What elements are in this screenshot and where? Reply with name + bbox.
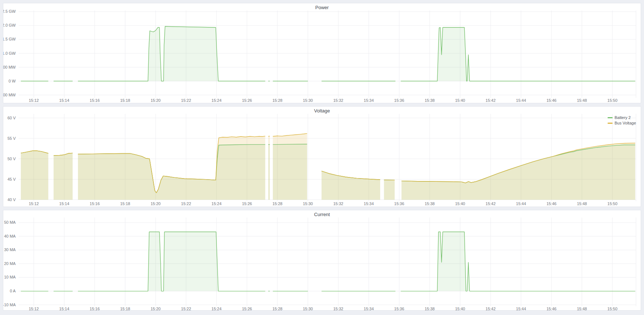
legend-label: Bus Voltage [614,121,636,126]
svg-text:45 V: 45 V [7,177,16,181]
panel-voltage: Voltage 60 V55 V50 V45 V40 V15:1215:1415… [3,106,641,207]
svg-text:15:22: 15:22 [181,98,191,103]
svg-text:-500 MW: -500 MW [3,93,16,97]
legend-item-battery-2[interactable]: Battery 2 [608,115,636,120]
panel-current: Current 50 MA40 MA30 MA20 MA10 MA0 A-10 … [3,210,641,311]
voltage-chart[interactable]: 60 V55 V50 V45 V40 V15:1215:1415:1615:18… [3,107,641,207]
dashboard: Power 2.5 GW2.0 GW1.5 GW1.0 GW500 MW0 W-… [0,0,644,314]
svg-text:15:42: 15:42 [485,307,495,310]
svg-text:500 MW: 500 MW [3,65,16,69]
svg-text:-10 MA: -10 MA [3,303,16,307]
svg-text:15:48: 15:48 [577,201,587,206]
svg-text:15:18: 15:18 [120,307,130,310]
panel-title-voltage[interactable]: Voltage [3,108,641,114]
svg-text:15:30: 15:30 [303,307,313,310]
svg-text:15:24: 15:24 [211,201,221,206]
voltage-legend: Battery 2 Bus Voltage [608,115,636,126]
svg-text:15:16: 15:16 [90,201,99,206]
svg-text:15:12: 15:12 [29,307,39,310]
svg-text:0 A: 0 A [10,289,16,293]
svg-text:15:44: 15:44 [516,307,526,310]
svg-text:15:42: 15:42 [485,98,495,103]
svg-text:0 W: 0 W [8,79,16,83]
svg-text:15:22: 15:22 [181,201,191,206]
svg-text:40 V: 40 V [7,197,16,202]
svg-text:15:36: 15:36 [394,98,404,103]
svg-text:15:34: 15:34 [364,201,374,206]
svg-text:15:38: 15:38 [425,98,434,103]
svg-text:15:46: 15:46 [546,307,556,310]
panel-title-current[interactable]: Current [3,212,641,218]
svg-text:50 V: 50 V [7,157,16,161]
svg-text:15:50: 15:50 [608,98,617,103]
svg-text:15:34: 15:34 [364,98,374,103]
svg-text:1.0 GW: 1.0 GW [3,51,16,55]
svg-text:15:12: 15:12 [29,98,39,103]
svg-text:15:20: 15:20 [151,307,160,310]
legend-label: Battery 2 [614,115,631,120]
panel-title-power[interactable]: Power [3,5,641,11]
svg-text:15:30: 15:30 [303,201,313,206]
svg-text:15:16: 15:16 [90,98,99,103]
svg-text:15:14: 15:14 [59,307,69,310]
svg-text:15:38: 15:38 [425,307,434,310]
svg-text:1.5 GW: 1.5 GW [3,37,16,42]
svg-text:15:32: 15:32 [333,201,343,206]
svg-text:15:32: 15:32 [333,98,343,103]
svg-text:20 MA: 20 MA [4,261,16,266]
svg-text:15:42: 15:42 [485,201,495,206]
svg-text:15:46: 15:46 [546,201,556,206]
svg-text:15:36: 15:36 [394,307,404,310]
svg-text:15:18: 15:18 [120,201,130,206]
svg-text:15:20: 15:20 [151,201,160,206]
svg-text:10 MA: 10 MA [4,275,16,279]
svg-text:15:38: 15:38 [425,201,434,206]
legend-swatch-icon [608,123,613,124]
svg-text:15:40: 15:40 [455,201,465,206]
svg-text:15:30: 15:30 [303,98,313,103]
svg-text:15:24: 15:24 [211,307,221,310]
current-chart[interactable]: 50 MA40 MA30 MA20 MA10 MA0 A-10 MA15:121… [3,210,641,310]
power-chart[interactable]: 2.5 GW2.0 GW1.5 GW1.0 GW500 MW0 W-500 MW… [3,3,641,103]
svg-text:15:12: 15:12 [29,201,39,206]
legend-swatch-icon [608,117,613,118]
svg-text:60 V: 60 V [7,116,16,120]
svg-text:40 MA: 40 MA [4,234,16,238]
svg-text:15:26: 15:26 [242,98,252,103]
svg-text:15:46: 15:46 [546,98,556,103]
svg-text:55 V: 55 V [7,136,16,141]
svg-text:15:40: 15:40 [455,307,465,310]
svg-text:15:16: 15:16 [90,307,99,310]
svg-text:15:28: 15:28 [272,98,282,103]
svg-text:15:48: 15:48 [577,307,587,310]
svg-text:15:40: 15:40 [455,98,465,103]
svg-text:15:26: 15:26 [242,201,252,206]
svg-text:15:28: 15:28 [272,307,282,310]
svg-text:15:44: 15:44 [516,98,526,103]
svg-text:15:14: 15:14 [59,98,69,103]
svg-text:15:28: 15:28 [272,201,282,206]
svg-text:15:24: 15:24 [211,98,221,103]
svg-text:50 MA: 50 MA [4,220,16,224]
svg-text:15:34: 15:34 [364,307,374,310]
svg-text:15:26: 15:26 [242,307,252,310]
svg-text:15:20: 15:20 [151,98,160,103]
svg-text:15:50: 15:50 [608,307,617,310]
svg-text:15:18: 15:18 [120,98,130,103]
svg-text:15:44: 15:44 [516,201,526,206]
svg-text:15:32: 15:32 [333,307,343,310]
panel-power: Power 2.5 GW2.0 GW1.5 GW1.0 GW500 MW0 W-… [3,3,641,103]
svg-text:15:48: 15:48 [577,98,587,103]
svg-text:15:22: 15:22 [181,307,191,310]
svg-text:15:50: 15:50 [608,201,617,206]
svg-text:15:36: 15:36 [394,201,404,206]
legend-item-bus-voltage[interactable]: Bus Voltage [608,121,636,126]
svg-text:30 MA: 30 MA [4,247,16,252]
svg-text:2.0 GW: 2.0 GW [3,23,16,27]
svg-text:15:14: 15:14 [59,201,69,206]
